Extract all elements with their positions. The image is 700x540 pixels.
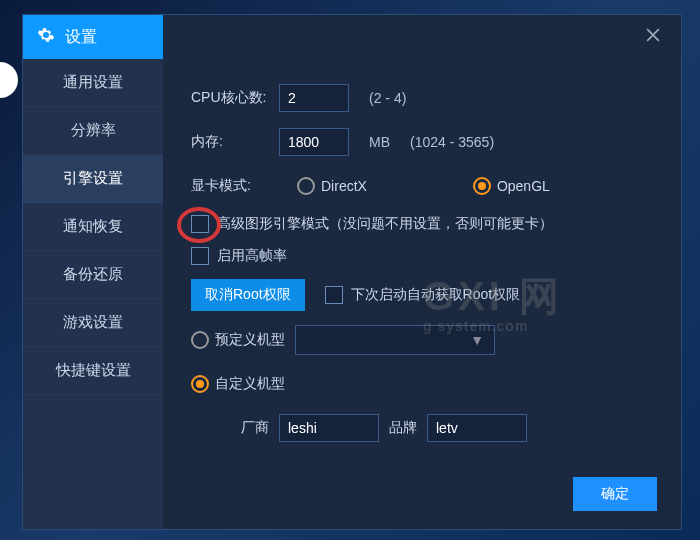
cpu-input[interactable] [279, 84, 349, 112]
radio-opengl[interactable]: OpenGL [473, 177, 550, 195]
gpu-label: 显卡模式: [191, 177, 269, 195]
checkbox-adv-graphics[interactable]: 高级图形引擎模式（没问题不用设置，否则可能更卡） [191, 215, 657, 233]
gear-icon [37, 26, 55, 48]
radio-icon [191, 331, 209, 349]
radio-icon [473, 177, 491, 195]
settings-header: 设置 [23, 15, 163, 59]
chevron-down-icon: ▼ [470, 332, 484, 348]
cpu-range: (2 - 4) [369, 90, 406, 106]
brand-input[interactable] [427, 414, 527, 442]
brand-label: 品牌 [389, 419, 417, 437]
sidebar-item-game[interactable]: 游戏设置 [23, 299, 163, 347]
mem-input[interactable] [279, 128, 349, 156]
sidebar-item-general[interactable]: 通用设置 [23, 59, 163, 107]
settings-dialog: 设置 通用设置 分辨率 引擎设置 通知恢复 备份还原 游戏设置 快捷键设置 CP… [22, 14, 682, 530]
checkbox-icon [191, 247, 209, 265]
checkbox-icon [325, 286, 343, 304]
main-panel: CPU核心数: (2 - 4) 内存: MB (1024 - 3565) 显卡模… [163, 59, 681, 529]
sidebar-item-notify[interactable]: 通知恢复 [23, 203, 163, 251]
mem-unit: MB [369, 134, 390, 150]
cpu-label: CPU核心数: [191, 89, 269, 107]
radio-icon [297, 177, 315, 195]
checkbox-high-fps[interactable]: 启用高帧率 [191, 247, 657, 265]
radio-predef-model[interactable]: 预定义机型 [191, 331, 285, 349]
sidebar-item-shortcut[interactable]: 快捷键设置 [23, 347, 163, 395]
mem-label: 内存: [191, 133, 269, 151]
predef-model-select[interactable]: ▼ [295, 325, 495, 355]
vendor-label: 厂商 [241, 419, 269, 437]
cancel-root-button[interactable]: 取消Root权限 [191, 279, 305, 311]
close-icon[interactable] [643, 25, 663, 50]
sidebar-item-backup[interactable]: 备份还原 [23, 251, 163, 299]
radio-custom-model[interactable]: 自定义机型 [191, 375, 285, 393]
radio-icon [191, 375, 209, 393]
settings-title: 设置 [65, 27, 97, 48]
checkbox-icon [191, 215, 209, 233]
mem-range: (1024 - 3565) [410, 134, 494, 150]
sidebar-item-engine[interactable]: 引擎设置 [23, 155, 163, 203]
sidebar-item-resolution[interactable]: 分辨率 [23, 107, 163, 155]
vendor-input[interactable] [279, 414, 379, 442]
radio-directx[interactable]: DirectX [297, 177, 367, 195]
chrome-sidebar-icon [0, 62, 18, 98]
sidebar: 设置 通用设置 分辨率 引擎设置 通知恢复 备份还原 游戏设置 快捷键设置 [23, 59, 163, 529]
ok-button[interactable]: 确定 [573, 477, 657, 511]
checkbox-auto-root[interactable]: 下次启动自动获取Root权限 [325, 286, 521, 304]
